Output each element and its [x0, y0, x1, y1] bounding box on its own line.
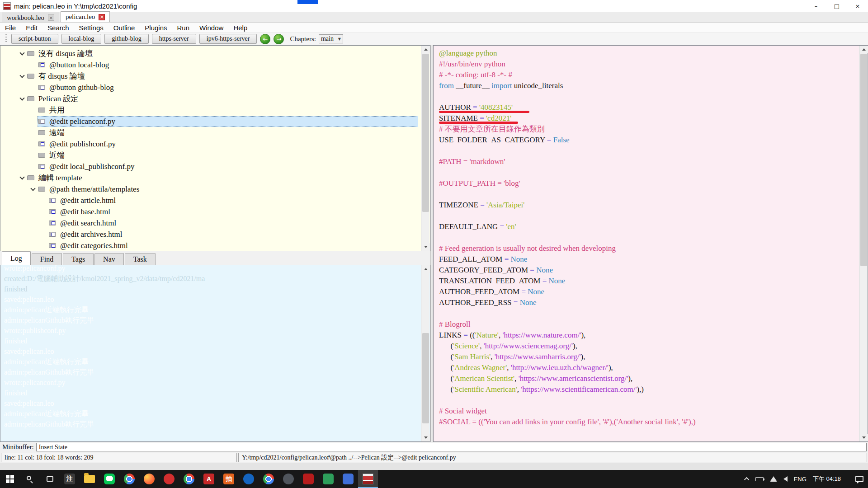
menu-edit[interactable]: Edit [21, 23, 42, 33]
maximize-button[interactable]: □ [826, 0, 847, 12]
tree-node[interactable]: @button local-blog [0, 59, 430, 70]
green-app-taskbar-button[interactable] [318, 470, 338, 488]
expand-chevron[interactable] [18, 98, 27, 100]
tree-node-row[interactable]: @button local-blog [38, 60, 418, 70]
tree-node[interactable]: Pelican 設定 [0, 93, 430, 104]
nav-forward-button[interactable]: → [274, 34, 284, 44]
menu-file[interactable]: File [0, 23, 21, 33]
github-blog-button[interactable]: github-blog [104, 34, 148, 44]
tree-node-row[interactable]: 近端 [38, 150, 418, 161]
log-tab-tags[interactable]: Tags [63, 253, 94, 265]
log-tab-task[interactable]: Task [125, 253, 156, 265]
scroll-down-icon[interactable] [859, 434, 868, 441]
toolbar-grip-handle[interactable] [5, 34, 7, 43]
body-editor-pane[interactable]: @language python#!/usr/bin/env python# -… [433, 45, 868, 442]
start-button[interactable] [0, 470, 20, 488]
tree-node-row[interactable]: @edit publishconf.py [38, 139, 418, 150]
tray-chevron-up-icon[interactable] [744, 477, 749, 482]
local-blog-button[interactable]: local-blog [61, 34, 102, 44]
tree-node[interactable]: @edit search.html [0, 217, 430, 229]
log-tab-nav[interactable]: Nav [94, 253, 124, 265]
menu-plugins[interactable]: Plugins [140, 23, 172, 33]
leo-app-taskbar-button[interactable] [358, 470, 378, 488]
tree-node-row[interactable]: @edit base.html [48, 206, 418, 217]
close-tab-icon[interactable]: × [48, 14, 54, 21]
close-button[interactable]: × [847, 0, 868, 12]
chrome-taskbar-button[interactable] [119, 470, 139, 488]
expand-chevron[interactable] [18, 75, 27, 77]
nav-back-button[interactable]: ← [260, 34, 270, 44]
blue-app-taskbar-button[interactable] [239, 470, 259, 488]
tree-node-row[interactable]: 遠端 [38, 127, 418, 138]
body-scrollbar[interactable] [859, 46, 868, 441]
expand-chevron[interactable] [28, 188, 38, 190]
tree-node-row[interactable]: 沒有 disqus 論壇 [27, 48, 418, 59]
letter-a-app-taskbar-button[interactable]: A [199, 470, 219, 488]
scroll-up-icon[interactable] [421, 265, 430, 273]
chapter-select[interactable]: main ▼ [319, 34, 343, 43]
menu-help[interactable]: Help [228, 23, 252, 33]
battery-icon[interactable] [755, 477, 764, 481]
tree-node[interactable]: 近端 [0, 150, 430, 161]
file-explorer-taskbar-button[interactable] [80, 470, 99, 488]
scroll-up-icon[interactable] [859, 46, 868, 53]
tree-node[interactable]: @edit categories.html [0, 240, 430, 251]
taskbar-clock[interactable]: 下午 04:18 [813, 475, 841, 483]
outline-scrollbar-thumb[interactable] [422, 54, 429, 212]
log-tab-log[interactable]: Log [2, 251, 31, 265]
log-tab-find[interactable]: Find [32, 253, 62, 265]
file-tab-pelican.leo[interactable]: pelican.leo× [61, 11, 110, 22]
tree-node[interactable]: @button github-blog [0, 82, 430, 93]
tree-node[interactable]: 遠端 [0, 127, 430, 138]
tree-node[interactable]: @edit pelicanconf.py [0, 116, 430, 127]
minimize-button[interactable]: – [806, 0, 826, 12]
tree-node[interactable]: @edit base.html [0, 206, 430, 217]
action-center-icon[interactable] [855, 476, 863, 482]
tree-node-row[interactable]: @edit local_publishconf.py [38, 161, 418, 172]
minibuffer-input[interactable]: Insert State [36, 443, 867, 451]
chrome-profile2-taskbar-button[interactable] [259, 470, 278, 488]
tree-node-row[interactable]: @path theme/attila/templates [38, 184, 418, 195]
tree-node[interactable]: @edit archives.html [0, 229, 430, 240]
log-scrollbar-thumb[interactable] [422, 333, 429, 423]
ipv6-https-server-button[interactable]: ipv6-https-server [199, 34, 257, 44]
red-app2-taskbar-button[interactable] [298, 470, 318, 488]
tree-node-row[interactable]: Pelican 設定 [27, 94, 418, 104]
firefox-taskbar-button[interactable] [139, 470, 159, 488]
tree-node-row[interactable]: 共用 [38, 105, 418, 116]
scroll-up-icon[interactable] [421, 46, 430, 53]
blue-app2-taskbar-button[interactable] [338, 470, 358, 488]
ime-taskbar-button[interactable]: 注 [60, 470, 80, 488]
line-taskbar-button[interactable] [99, 470, 119, 488]
close-tab-icon[interactable]: × [99, 14, 105, 20]
tree-node[interactable]: @path theme/attila/templates [0, 183, 430, 195]
log-scrollbar[interactable] [421, 265, 429, 441]
expand-chevron[interactable] [18, 53, 27, 55]
tree-node[interactable]: 沒有 disqus 論壇 [0, 48, 430, 59]
tree-node-row[interactable]: @button github-blog [38, 82, 418, 93]
expand-chevron[interactable] [18, 177, 27, 179]
taskbar-search-button[interactable] [20, 470, 40, 488]
orange-app-taskbar-button[interactable]: 拍 [219, 470, 239, 488]
tree-node-row[interactable]: @edit search.html [48, 218, 418, 229]
tree-node-row[interactable]: 編輯 template [27, 173, 418, 183]
tree-node[interactable]: @edit article.html [0, 195, 430, 206]
https-server-button[interactable]: https-server [152, 34, 196, 44]
outline-scrollbar[interactable] [421, 46, 429, 251]
input-language-indicator[interactable]: ENG [794, 476, 807, 483]
dark-app-taskbar-button[interactable] [278, 470, 298, 488]
file-tab-workbook.leo[interactable]: workbook.leo× [2, 13, 59, 22]
tree-node-selected[interactable]: @edit pelicanconf.py [38, 116, 418, 127]
menu-outline[interactable]: Outline [108, 23, 140, 33]
menu-search[interactable]: Search [42, 23, 74, 33]
scroll-down-icon[interactable] [421, 434, 430, 441]
tree-node[interactable]: 編輯 template [0, 172, 430, 183]
menu-run[interactable]: Run [172, 23, 195, 33]
script-button-button[interactable]: script-button [11, 34, 58, 44]
menu-settings[interactable]: Settings [74, 23, 108, 33]
task-view-button[interactable] [40, 470, 60, 488]
tree-node[interactable]: 有 disqus 論壇 [0, 70, 430, 82]
chrome-profile-taskbar-button[interactable] [179, 470, 199, 488]
tree-node-row[interactable]: @edit article.html [48, 195, 418, 206]
tree-node-row[interactable]: @edit archives.html [48, 229, 418, 240]
